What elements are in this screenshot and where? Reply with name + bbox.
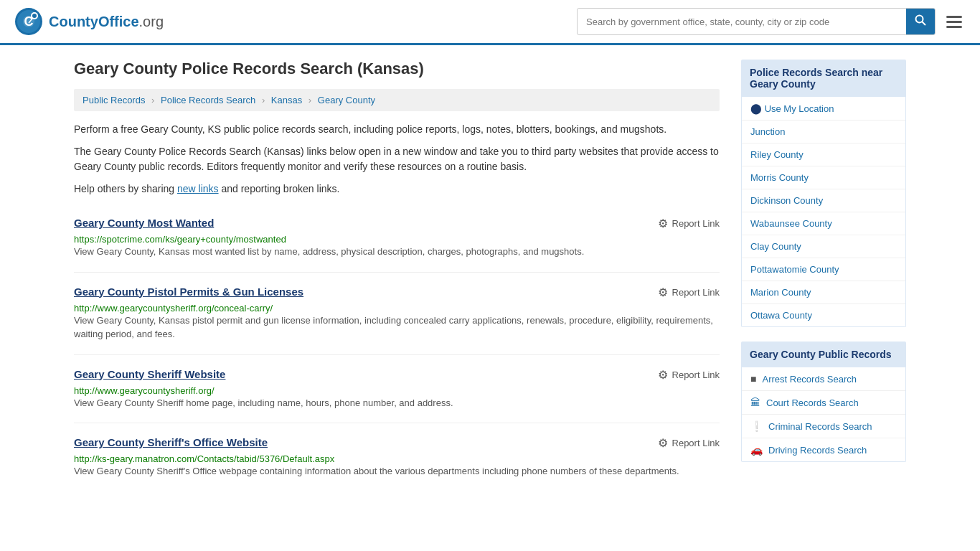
sidebar-criminal-records[interactable]: ❕ Criminal Records Search <box>742 415 905 438</box>
menu-button[interactable] <box>943 12 966 32</box>
content-area: Geary County Police Records Search (Kans… <box>74 60 720 491</box>
breadcrumb-geary-county[interactable]: Geary County <box>318 95 375 105</box>
result-url[interactable]: https://spotcrime.com/ks/geary+county/mo… <box>74 234 286 245</box>
report-link[interactable]: ⚙ Report Link <box>658 286 720 299</box>
result-desc: View Geary County, Kansas pistol permit … <box>74 314 720 342</box>
report-icon: ⚙ <box>658 286 668 299</box>
sidebar-public-records-list: ■ Arrest Records Search 🏛 Court Records … <box>741 367 906 462</box>
breadcrumb-sep: › <box>308 95 311 105</box>
result-header: Geary County Sheriff Website ⚙ Report Li… <box>74 368 720 382</box>
sidebar-link-label: Arrest Records Search <box>762 374 857 385</box>
sidebar-use-location[interactable]: ⬤ Use My Location <box>742 97 905 121</box>
result-title[interactable]: Geary County Sheriff Website <box>74 368 225 380</box>
report-label: Report Link <box>672 438 720 448</box>
site-header: C CountyOffice.org <box>0 0 980 45</box>
sidebar-item-clay[interactable]: Clay County <box>742 235 905 258</box>
sidebar-item-ottawa[interactable]: Ottawa County <box>742 304 905 326</box>
result-item: Geary County Sheriff Website ⚙ Report Li… <box>74 355 720 424</box>
result-header: Geary County Pistol Permits & Gun Licens… <box>74 286 720 299</box>
sidebar-item-morris[interactable]: Morris County <box>742 166 905 189</box>
breadcrumb-public-records[interactable]: Public Records <box>83 95 145 105</box>
sidebar-nearby-heading: Police Records Search near Geary County <box>741 60 906 97</box>
result-header: Geary County Most Wanted ⚙ Report Link <box>74 217 720 230</box>
sidebar-court-records[interactable]: 🏛 Court Records Search <box>742 391 905 415</box>
menu-line <box>946 16 962 18</box>
svg-point-5 <box>32 14 37 18</box>
sidebar-item-dickinson[interactable]: Dickinson County <box>742 189 905 212</box>
results-list: Geary County Most Wanted ⚙ Report Link h… <box>74 204 720 491</box>
report-label: Report Link <box>672 218 720 229</box>
logo-area: C CountyOffice.org <box>14 7 164 36</box>
criminal-icon: ❕ <box>750 420 763 432</box>
sidebar-link-label: Driving Records Search <box>768 445 867 456</box>
result-url[interactable]: http://www.gearycountysheriff.org/concea… <box>74 303 273 314</box>
result-header: Geary County Sheriff's Office Website ⚙ … <box>74 436 720 450</box>
report-label: Report Link <box>672 369 720 380</box>
result-title[interactable]: Geary County Sheriff's Office Website <box>74 436 268 448</box>
sidebar: Police Records Search near Geary County … <box>741 60 906 491</box>
search-button[interactable] <box>906 9 935 34</box>
report-link[interactable]: ⚙ Report Link <box>658 436 720 450</box>
breadcrumb-sep: › <box>151 95 154 105</box>
breadcrumb: Public Records › Police Records Search ›… <box>74 89 720 111</box>
result-desc: View Geary County, Kansas most wanted li… <box>74 245 720 259</box>
sidebar-nearby-list: ⬤ Use My Location Junction Riley County … <box>741 97 906 327</box>
driving-icon: 🚗 <box>750 444 763 456</box>
page-title: Geary County Police Records Search (Kans… <box>74 60 720 78</box>
search-input[interactable] <box>578 11 906 33</box>
arrest-icon: ■ <box>750 373 756 385</box>
sidebar-item-marion[interactable]: Marion County <box>742 281 905 304</box>
search-icon <box>915 14 926 26</box>
breadcrumb-police-records[interactable]: Police Records Search <box>161 95 255 105</box>
menu-line <box>946 21 962 23</box>
report-link[interactable]: ⚙ Report Link <box>658 368 720 382</box>
result-item: Geary County Most Wanted ⚙ Report Link h… <box>74 204 720 273</box>
description-p3-suffix: and reporting broken links. <box>219 183 340 194</box>
search-bar <box>577 8 936 35</box>
result-desc: View Geary County Sheriff home page, inc… <box>74 396 720 410</box>
main-container: Geary County Police Records Search (Kans… <box>60 45 920 506</box>
result-url[interactable]: http://ks-geary.manatron.com/Contacts/ta… <box>74 453 334 464</box>
result-title[interactable]: Geary County Most Wanted <box>74 217 214 229</box>
new-links-link[interactable]: new links <box>177 183 219 194</box>
result-item: Geary County Pistol Permits & Gun Licens… <box>74 273 720 355</box>
sidebar-link-label: Use My Location <box>765 103 834 114</box>
result-title[interactable]: Geary County Pistol Permits & Gun Licens… <box>74 286 303 298</box>
svg-point-7 <box>916 16 923 23</box>
sidebar-item-wabaunsee[interactable]: Wabaunsee County <box>742 212 905 235</box>
sidebar-link-label: Court Records Search <box>766 397 859 408</box>
sidebar-item-pottawatomie[interactable]: Pottawatomie County <box>742 258 905 281</box>
report-icon: ⚙ <box>658 217 668 230</box>
sidebar-item-junction[interactable]: Junction <box>742 121 905 143</box>
report-label: Report Link <box>672 287 720 298</box>
court-icon: 🏛 <box>750 397 760 408</box>
header-right <box>577 8 966 35</box>
result-desc: View Geary County Sheriff's Office webpa… <box>74 464 720 479</box>
sidebar-nearby-section: Police Records Search near Geary County … <box>741 60 906 327</box>
menu-line <box>946 26 962 28</box>
result-url[interactable]: http://www.gearycountysheriff.org/ <box>74 385 215 396</box>
report-icon: ⚙ <box>658 436 668 450</box>
description-p2: The Geary County Police Records Search (… <box>74 144 720 174</box>
breadcrumb-sep: › <box>262 95 265 105</box>
description-p3-prefix: Help others by sharing <box>74 183 177 194</box>
location-icon: ⬤ <box>750 103 762 114</box>
sidebar-public-records-section: Geary County Public Records ■ Arrest Rec… <box>741 342 906 462</box>
result-item: Geary County Sheriff's Office Website ⚙ … <box>74 423 720 491</box>
sidebar-link-label: Criminal Records Search <box>768 421 872 432</box>
breadcrumb-kansas[interactable]: Kansas <box>271 95 302 105</box>
report-icon: ⚙ <box>658 368 668 382</box>
sidebar-item-riley[interactable]: Riley County <box>742 143 905 166</box>
logo-icon: C <box>14 7 43 36</box>
sidebar-public-records-heading: Geary County Public Records <box>741 342 906 367</box>
sidebar-driving-records[interactable]: 🚗 Driving Records Search <box>742 438 905 461</box>
logo-text: CountyOffice.org <box>49 14 164 30</box>
svg-line-8 <box>923 22 926 26</box>
report-link[interactable]: ⚙ Report Link <box>658 217 720 230</box>
description-p3: Help others by sharing new links and rep… <box>74 182 720 197</box>
sidebar-arrest-records[interactable]: ■ Arrest Records Search <box>742 367 905 391</box>
description-p1: Perform a free Geary County, KS public p… <box>74 122 720 137</box>
